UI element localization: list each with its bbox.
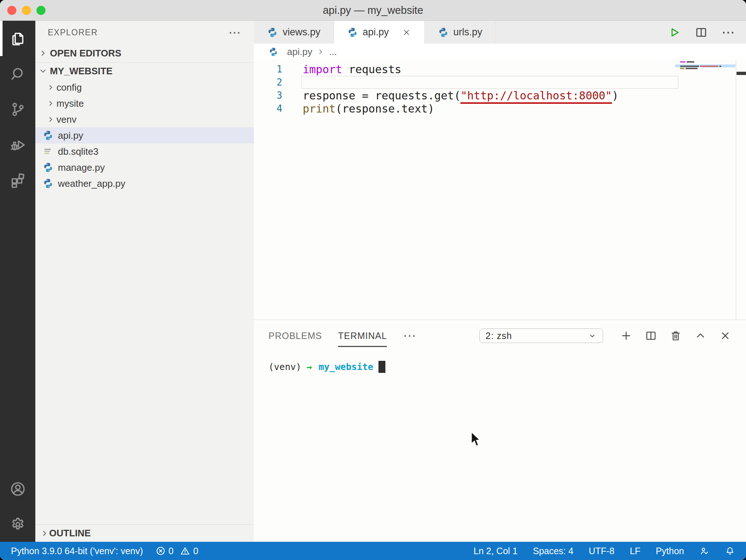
breadcrumb[interactable]: api.py ... xyxy=(254,44,746,60)
run-file-icon[interactable] xyxy=(668,26,681,39)
code-lines: 1 import requests 2 3 response = request… xyxy=(254,63,679,115)
files-icon xyxy=(9,30,26,47)
editor-actions: ⋯ xyxy=(668,21,746,44)
git-branch-icon xyxy=(9,101,26,118)
code-line-3[interactable]: 3 response = requests.get("http://localh… xyxy=(254,89,679,102)
source-control-activity-button[interactable] xyxy=(0,91,35,127)
tree-item-label: manage.py xyxy=(58,162,105,173)
minimize-window-button[interactable] xyxy=(22,6,31,15)
line-number: 1 xyxy=(254,64,282,75)
python-interpreter-item[interactable]: Python 3.9.0 64-bit ('venv': venv) xyxy=(11,546,143,556)
activity-bar xyxy=(0,21,35,542)
explorer-more-actions-icon[interactable]: ⋯ xyxy=(228,29,242,36)
tree-item-manage-py[interactable]: manage.py xyxy=(35,159,254,176)
tab-problems[interactable]: PROBLEMS xyxy=(268,331,322,341)
tree-item-config[interactable]: config xyxy=(35,79,254,95)
terminal-output[interactable]: (venv) → my_website xyxy=(254,351,746,373)
tab-label: views.py xyxy=(283,27,321,38)
python-file-icon xyxy=(438,27,449,38)
account-icon xyxy=(9,481,26,497)
split-terminal-icon[interactable] xyxy=(645,330,657,342)
breadcrumb-file[interactable]: api.py xyxy=(287,46,312,58)
warning-icon xyxy=(180,546,190,556)
tree-item-weather-app-py[interactable]: weather_app.py xyxy=(35,176,254,192)
python-file-icon xyxy=(43,178,54,189)
tab-urls-py[interactable]: urls.py xyxy=(425,21,496,44)
line-number: 2 xyxy=(254,77,282,88)
cursor-position-item[interactable]: Ln 2, Col 1 xyxy=(474,546,518,556)
chevron-right-icon xyxy=(40,529,49,538)
tab-terminal[interactable]: TERMINAL xyxy=(338,331,387,341)
zoom-window-button[interactable] xyxy=(36,6,46,15)
problems-summary-item[interactable]: 0 0 xyxy=(156,546,199,556)
feedback-person-icon[interactable] xyxy=(699,546,710,556)
language-mode-item[interactable]: Python xyxy=(656,546,684,556)
gear-icon xyxy=(9,516,26,533)
indentation-item[interactable]: Spaces: 4 xyxy=(533,546,573,556)
minimap[interactable] xyxy=(680,61,735,70)
close-window-button[interactable] xyxy=(7,6,16,15)
tree-item-mysite[interactable]: mysite xyxy=(35,95,254,111)
code-editor[interactable]: 1 import requests 2 3 response = request… xyxy=(254,60,746,320)
run-debug-activity-button[interactable] xyxy=(0,127,35,162)
search-activity-button[interactable] xyxy=(0,56,35,91)
error-count: 0 xyxy=(169,546,174,556)
tree-item-api-py[interactable]: api.py xyxy=(35,127,254,143)
new-terminal-icon[interactable] xyxy=(620,330,632,342)
database-file-icon xyxy=(43,146,54,157)
tab-label: api.py xyxy=(363,27,389,38)
code-line-1[interactable]: 1 import requests xyxy=(254,63,679,76)
kill-terminal-icon[interactable] xyxy=(670,330,682,342)
maximize-panel-icon[interactable] xyxy=(694,330,707,342)
editor-more-actions-icon[interactable]: ⋯ xyxy=(722,25,736,40)
terminal-cwd: my_website xyxy=(318,362,373,372)
outline-label: OUTLINE xyxy=(49,528,91,539)
workspace-root-item[interactable]: MY_WEBSITE xyxy=(35,63,254,79)
tree-item-venv[interactable]: venv xyxy=(35,111,254,127)
code-token-function: print xyxy=(303,102,335,115)
sidebar-header: EXPLORER ⋯ xyxy=(35,21,254,44)
terminal-prompt-arrow: → xyxy=(306,362,312,372)
line-number: 3 xyxy=(254,90,282,101)
breadcrumb-symbol[interactable]: ... xyxy=(329,46,337,58)
open-editors-section[interactable]: OPEN EDITORS xyxy=(35,44,254,62)
chevron-right-icon xyxy=(46,83,55,92)
python-file-icon xyxy=(268,47,278,57)
search-icon xyxy=(9,66,26,82)
python-file-icon xyxy=(267,27,278,38)
account-button[interactable] xyxy=(0,471,35,506)
tree-item-label: api.py xyxy=(58,130,83,141)
tree-item-db-sqlite3[interactable]: db.sqlite3 xyxy=(35,143,254,159)
file-tree: config mysite venv api.py db.sqlite3 xyxy=(35,79,254,192)
code-token: response = requests.get( xyxy=(303,89,460,102)
tab-views-py[interactable]: views.py xyxy=(254,21,334,44)
settings-button[interactable] xyxy=(0,506,35,542)
close-tab-icon[interactable] xyxy=(402,28,411,37)
encoding-item[interactable]: UTF-8 xyxy=(589,546,615,556)
terminal-instance-select[interactable]: 2: zsh xyxy=(479,328,603,343)
chevron-down-icon xyxy=(38,66,48,76)
code-line-2-current[interactable]: 2 xyxy=(254,76,679,89)
terminal-venv: (venv) xyxy=(268,362,301,372)
terminal-cursor xyxy=(378,361,385,373)
close-panel-icon[interactable] xyxy=(719,330,731,342)
tree-item-label: mysite xyxy=(56,98,84,109)
outline-section[interactable]: OUTLINE xyxy=(35,524,254,542)
explorer-activity-button[interactable] xyxy=(0,21,35,56)
error-icon xyxy=(156,546,166,556)
tab-api-py[interactable]: api.py xyxy=(334,21,425,44)
extensions-activity-button[interactable] xyxy=(0,162,35,197)
explorer-sidebar: EXPLORER ⋯ OPEN EDITORS MY_WEBSITE confi… xyxy=(35,21,254,542)
code-line-4[interactable]: 4 print(response.text) xyxy=(254,102,679,115)
chevron-right-icon xyxy=(46,99,55,108)
title-bar: api.py — my_website xyxy=(0,0,746,21)
split-editor-icon[interactable] xyxy=(695,26,708,39)
bell-icon[interactable] xyxy=(725,546,735,556)
overview-ruler[interactable] xyxy=(736,60,746,320)
tree-item-label: db.sqlite3 xyxy=(58,146,98,157)
editor-tab-bar: views.py api.py urls.py ⋯ xyxy=(254,21,746,44)
vscode-window: api.py — my_website xyxy=(0,0,746,560)
panel-more-actions-icon[interactable]: ⋯ xyxy=(403,328,417,343)
eol-item[interactable]: LF xyxy=(630,546,640,556)
window-title: api.py — my_website xyxy=(323,4,423,16)
